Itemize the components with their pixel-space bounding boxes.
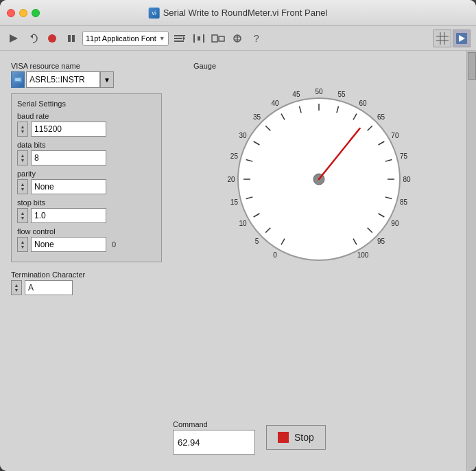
termination-input[interactable] [25,280,73,295]
spinner-up-icon[interactable]: ▲ [21,124,25,129]
gauge-label: Gauge [193,62,216,70]
svg-rect-7 [174,41,184,42]
visa-input[interactable] [26,71,100,88]
parity-input[interactable] [31,179,106,194]
order-btn[interactable] [229,30,246,47]
parity-label: parity [17,170,156,178]
svg-text:65: 65 [377,113,385,121]
stop-bits-field: stop bits ▲ ▼ [17,198,156,223]
spinner-down-icon[interactable]: ▼ [21,244,25,249]
parity-input-row: ▲ ▼ [17,179,156,194]
flow-control-spinner[interactable]: ▲ ▼ [17,237,28,252]
svg-text:50: 50 [315,88,323,95]
right-panel: Gauge 0510152025303540455055606570758085… [173,62,465,460]
svg-text:80: 80 [403,176,411,183]
run-panel-btn[interactable] [453,30,471,47]
gauge-svg-wrap: 0510152025303540455055606570758085909510… [209,73,429,265]
svg-text:15: 15 [230,198,239,206]
parity-spinner[interactable]: ▲ ▼ [17,179,28,194]
svg-marker-0 [10,34,18,43]
spinner-down-icon[interactable]: ▼ [21,129,25,134]
termination-spinner[interactable]: ▲ ▼ [11,280,22,295]
resize-btn[interactable] [210,30,226,47]
run-continuous-btn[interactable] [25,30,41,47]
spinner-down-icon[interactable]: ▼ [21,158,25,163]
stop-bits-label: stop bits [17,198,156,207]
svg-marker-1 [30,34,33,38]
svg-rect-12 [212,35,217,42]
gauge-section: Gauge 0510152025303540455055606570758085… [173,62,465,412]
serial-settings-box: Serial Settings baud rate ▲ ▼ data bits [11,93,162,262]
stop-bits-input[interactable] [31,208,106,223]
stop-button[interactable]: Stop [266,425,326,450]
baud-rate-input-row: ▲ ▼ [17,122,156,137]
svg-text:0: 0 [273,251,277,259]
align-btn[interactable] [171,30,188,47]
scrollbar[interactable] [466,51,476,471]
svg-rect-11 [198,36,200,41]
font-dropdown[interactable]: 11pt Application Font ▼ [82,31,169,46]
minimize-button[interactable] [19,9,27,17]
command-section: Command Stop [173,420,465,460]
grid-btn[interactable] [433,30,451,47]
svg-text:85: 85 [400,198,408,206]
maximize-button[interactable] [32,9,40,17]
toolbar: 11pt Application Font ▼ [0,26,476,51]
spinner-up-icon[interactable]: ▲ [21,153,25,158]
svg-rect-3 [68,35,71,42]
svg-rect-13 [219,36,224,41]
svg-text:100: 100 [357,251,369,259]
spinner-down-icon[interactable]: ▼ [14,288,19,292]
spinner-up-icon[interactable]: ▲ [14,283,19,288]
flow-control-label: flow control [17,227,156,236]
run-arrow-btn[interactable] [5,30,22,47]
main-content: VISA resource name ▼ Serial Settings bau [0,51,476,471]
flow-control-input[interactable] [31,237,106,252]
baud-rate-input[interactable] [31,122,106,137]
stop-label: Stop [294,432,314,443]
svg-text:70: 70 [391,132,399,139]
svg-text:95: 95 [377,238,385,245]
stop-icon [278,432,289,443]
svg-marker-8 [183,36,185,41]
svg-rect-25 [15,78,21,81]
command-input[interactable] [173,430,255,455]
flow-control-row: ▲ ▼ 0 [17,237,156,252]
flow-control-field: flow control ▲ ▼ 0 [17,227,156,252]
baud-rate-field: baud rate ▲ ▼ [17,112,156,137]
data-bits-label: data bits [17,141,156,149]
data-bits-input-row: ▲ ▼ [17,150,156,165]
stop-bits-spinner[interactable]: ▲ ▼ [17,208,28,223]
scrollbar-thumb[interactable] [468,52,476,80]
svg-text:25: 25 [230,152,239,160]
gauge-svg: 0510152025303540455055606570758085909510… [209,73,429,265]
svg-text:75: 75 [400,152,408,160]
abort-btn[interactable] [44,30,60,47]
baud-rate-spinner[interactable]: ▲ ▼ [17,122,28,137]
data-bits-spinner[interactable]: ▲ ▼ [17,150,28,165]
visa-resource-icon [11,71,25,88]
spinner-down-icon[interactable]: ▼ [21,187,25,192]
command-input-wrap: Command [173,420,255,455]
pause-btn[interactable] [63,30,80,47]
data-bits-input[interactable] [31,150,106,165]
svg-rect-10 [203,34,204,43]
data-bits-field: data bits ▲ ▼ [17,141,156,165]
svg-text:90: 90 [391,220,399,227]
stop-bits-input-row: ▲ ▼ [17,208,156,223]
spinner-up-icon[interactable]: ▲ [21,240,25,244]
termination-section: Termination Character ▲ ▼ [11,271,162,295]
visa-dropdown-btn[interactable]: ▼ [100,71,114,88]
svg-text:30: 30 [239,132,248,139]
svg-point-2 [48,34,56,43]
traffic-lights [7,9,40,17]
distribute-btn[interactable] [191,30,207,47]
spinner-up-icon[interactable]: ▲ [21,182,25,187]
svg-text:40: 40 [271,100,279,107]
spinner-down-icon[interactable]: ▼ [21,216,25,220]
close-button[interactable] [7,9,15,17]
svg-text:35: 35 [253,113,261,121]
gauge-container: 0510152025303540455055606570758085909510… [173,73,465,265]
spinner-up-icon[interactable]: ▲ [21,211,25,216]
help-btn[interactable]: ? [248,30,265,47]
